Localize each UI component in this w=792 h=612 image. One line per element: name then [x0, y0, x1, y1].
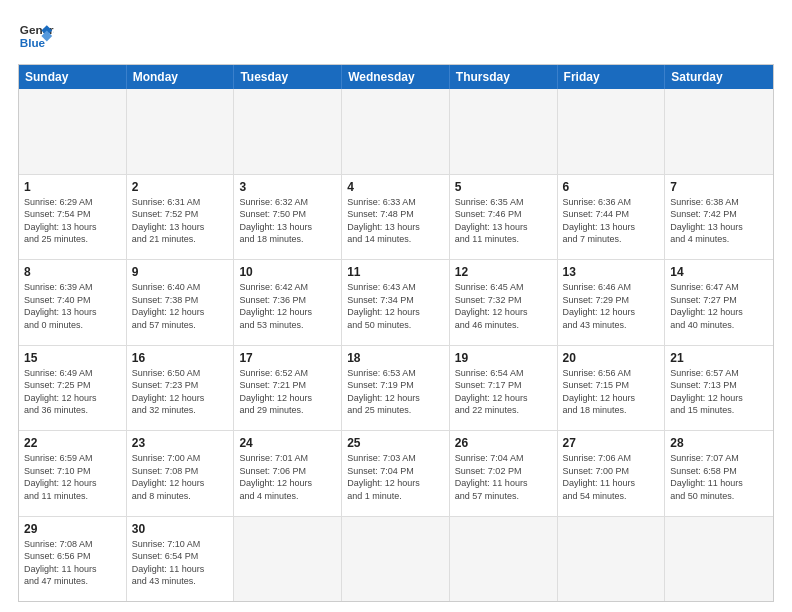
day-info: Sunrise: 6:33 AM Sunset: 7:48 PM Dayligh…	[347, 196, 444, 246]
day-number: 11	[347, 264, 444, 280]
day-number: 20	[563, 350, 660, 366]
calendar-row-3: 15Sunrise: 6:49 AM Sunset: 7:25 PM Dayli…	[19, 346, 773, 432]
day-info: Sunrise: 6:57 AM Sunset: 7:13 PM Dayligh…	[670, 367, 768, 417]
day-number: 7	[670, 179, 768, 195]
day-number: 28	[670, 435, 768, 451]
day-cell-13: 13Sunrise: 6:46 AM Sunset: 7:29 PM Dayli…	[558, 260, 666, 345]
day-cell-19: 19Sunrise: 6:54 AM Sunset: 7:17 PM Dayli…	[450, 346, 558, 431]
day-cell-2: 2Sunrise: 6:31 AM Sunset: 7:52 PM Daylig…	[127, 175, 235, 260]
day-info: Sunrise: 7:00 AM Sunset: 7:08 PM Dayligh…	[132, 452, 229, 502]
day-number: 1	[24, 179, 121, 195]
day-cell-22: 22Sunrise: 6:59 AM Sunset: 7:10 PM Dayli…	[19, 431, 127, 516]
logo-icon: General Blue	[18, 18, 54, 54]
day-cell-10: 10Sunrise: 6:42 AM Sunset: 7:36 PM Dayli…	[234, 260, 342, 345]
day-cell-3: 3Sunrise: 6:32 AM Sunset: 7:50 PM Daylig…	[234, 175, 342, 260]
day-number: 13	[563, 264, 660, 280]
day-number: 24	[239, 435, 336, 451]
day-info: Sunrise: 6:54 AM Sunset: 7:17 PM Dayligh…	[455, 367, 552, 417]
day-cell-29: 29Sunrise: 7:08 AM Sunset: 6:56 PM Dayli…	[19, 517, 127, 602]
day-cell-25: 25Sunrise: 7:03 AM Sunset: 7:04 PM Dayli…	[342, 431, 450, 516]
day-cell-17: 17Sunrise: 6:52 AM Sunset: 7:21 PM Dayli…	[234, 346, 342, 431]
day-number: 21	[670, 350, 768, 366]
day-cell-18: 18Sunrise: 6:53 AM Sunset: 7:19 PM Dayli…	[342, 346, 450, 431]
day-number: 2	[132, 179, 229, 195]
empty-cell	[558, 517, 666, 602]
day-cell-8: 8Sunrise: 6:39 AM Sunset: 7:40 PM Daylig…	[19, 260, 127, 345]
day-number: 16	[132, 350, 229, 366]
day-number: 3	[239, 179, 336, 195]
day-cell-9: 9Sunrise: 6:40 AM Sunset: 7:38 PM Daylig…	[127, 260, 235, 345]
empty-cell	[342, 517, 450, 602]
calendar-header: SundayMondayTuesdayWednesdayThursdayFrid…	[19, 65, 773, 89]
day-info: Sunrise: 6:40 AM Sunset: 7:38 PM Dayligh…	[132, 281, 229, 331]
day-info: Sunrise: 6:56 AM Sunset: 7:15 PM Dayligh…	[563, 367, 660, 417]
day-info: Sunrise: 6:42 AM Sunset: 7:36 PM Dayligh…	[239, 281, 336, 331]
day-info: Sunrise: 6:53 AM Sunset: 7:19 PM Dayligh…	[347, 367, 444, 417]
logo: General Blue	[18, 18, 54, 54]
day-info: Sunrise: 7:08 AM Sunset: 6:56 PM Dayligh…	[24, 538, 121, 588]
header-day-tuesday: Tuesday	[234, 65, 342, 89]
day-info: Sunrise: 6:46 AM Sunset: 7:29 PM Dayligh…	[563, 281, 660, 331]
day-cell-5: 5Sunrise: 6:35 AM Sunset: 7:46 PM Daylig…	[450, 175, 558, 260]
day-number: 8	[24, 264, 121, 280]
day-number: 14	[670, 264, 768, 280]
header: General Blue	[18, 18, 774, 54]
calendar-row-1: 1Sunrise: 6:29 AM Sunset: 7:54 PM Daylig…	[19, 175, 773, 261]
calendar-row-4: 22Sunrise: 6:59 AM Sunset: 7:10 PM Dayli…	[19, 431, 773, 517]
day-info: Sunrise: 6:35 AM Sunset: 7:46 PM Dayligh…	[455, 196, 552, 246]
day-info: Sunrise: 7:06 AM Sunset: 7:00 PM Dayligh…	[563, 452, 660, 502]
empty-cell	[234, 89, 342, 174]
day-info: Sunrise: 6:39 AM Sunset: 7:40 PM Dayligh…	[24, 281, 121, 331]
calendar-body: 1Sunrise: 6:29 AM Sunset: 7:54 PM Daylig…	[19, 89, 773, 601]
header-day-monday: Monday	[127, 65, 235, 89]
day-cell-6: 6Sunrise: 6:36 AM Sunset: 7:44 PM Daylig…	[558, 175, 666, 260]
day-number: 4	[347, 179, 444, 195]
empty-cell	[19, 89, 127, 174]
day-info: Sunrise: 7:03 AM Sunset: 7:04 PM Dayligh…	[347, 452, 444, 502]
day-number: 9	[132, 264, 229, 280]
day-cell-11: 11Sunrise: 6:43 AM Sunset: 7:34 PM Dayli…	[342, 260, 450, 345]
day-number: 10	[239, 264, 336, 280]
day-info: Sunrise: 6:43 AM Sunset: 7:34 PM Dayligh…	[347, 281, 444, 331]
day-cell-28: 28Sunrise: 7:07 AM Sunset: 6:58 PM Dayli…	[665, 431, 773, 516]
day-info: Sunrise: 6:50 AM Sunset: 7:23 PM Dayligh…	[132, 367, 229, 417]
day-number: 12	[455, 264, 552, 280]
day-cell-21: 21Sunrise: 6:57 AM Sunset: 7:13 PM Dayli…	[665, 346, 773, 431]
calendar-row-0	[19, 89, 773, 175]
day-info: Sunrise: 6:38 AM Sunset: 7:42 PM Dayligh…	[670, 196, 768, 246]
day-cell-23: 23Sunrise: 7:00 AM Sunset: 7:08 PM Dayli…	[127, 431, 235, 516]
calendar-row-2: 8Sunrise: 6:39 AM Sunset: 7:40 PM Daylig…	[19, 260, 773, 346]
day-info: Sunrise: 7:07 AM Sunset: 6:58 PM Dayligh…	[670, 452, 768, 502]
day-number: 6	[563, 179, 660, 195]
day-number: 23	[132, 435, 229, 451]
day-info: Sunrise: 6:59 AM Sunset: 7:10 PM Dayligh…	[24, 452, 121, 502]
header-day-thursday: Thursday	[450, 65, 558, 89]
day-number: 17	[239, 350, 336, 366]
header-day-saturday: Saturday	[665, 65, 773, 89]
empty-cell	[665, 517, 773, 602]
day-cell-20: 20Sunrise: 6:56 AM Sunset: 7:15 PM Dayli…	[558, 346, 666, 431]
day-info: Sunrise: 6:52 AM Sunset: 7:21 PM Dayligh…	[239, 367, 336, 417]
day-info: Sunrise: 7:10 AM Sunset: 6:54 PM Dayligh…	[132, 538, 229, 588]
header-day-wednesday: Wednesday	[342, 65, 450, 89]
header-day-sunday: Sunday	[19, 65, 127, 89]
day-info: Sunrise: 6:29 AM Sunset: 7:54 PM Dayligh…	[24, 196, 121, 246]
svg-text:Blue: Blue	[20, 36, 46, 49]
day-cell-4: 4Sunrise: 6:33 AM Sunset: 7:48 PM Daylig…	[342, 175, 450, 260]
day-number: 18	[347, 350, 444, 366]
day-number: 26	[455, 435, 552, 451]
calendar: SundayMondayTuesdayWednesdayThursdayFrid…	[18, 64, 774, 602]
empty-cell	[558, 89, 666, 174]
day-number: 29	[24, 521, 121, 537]
day-cell-24: 24Sunrise: 7:01 AM Sunset: 7:06 PM Dayli…	[234, 431, 342, 516]
empty-cell	[342, 89, 450, 174]
day-number: 25	[347, 435, 444, 451]
day-cell-12: 12Sunrise: 6:45 AM Sunset: 7:32 PM Dayli…	[450, 260, 558, 345]
day-info: Sunrise: 6:36 AM Sunset: 7:44 PM Dayligh…	[563, 196, 660, 246]
day-number: 27	[563, 435, 660, 451]
day-number: 15	[24, 350, 121, 366]
empty-cell	[127, 89, 235, 174]
day-number: 22	[24, 435, 121, 451]
day-info: Sunrise: 7:04 AM Sunset: 7:02 PM Dayligh…	[455, 452, 552, 502]
day-cell-26: 26Sunrise: 7:04 AM Sunset: 7:02 PM Dayli…	[450, 431, 558, 516]
